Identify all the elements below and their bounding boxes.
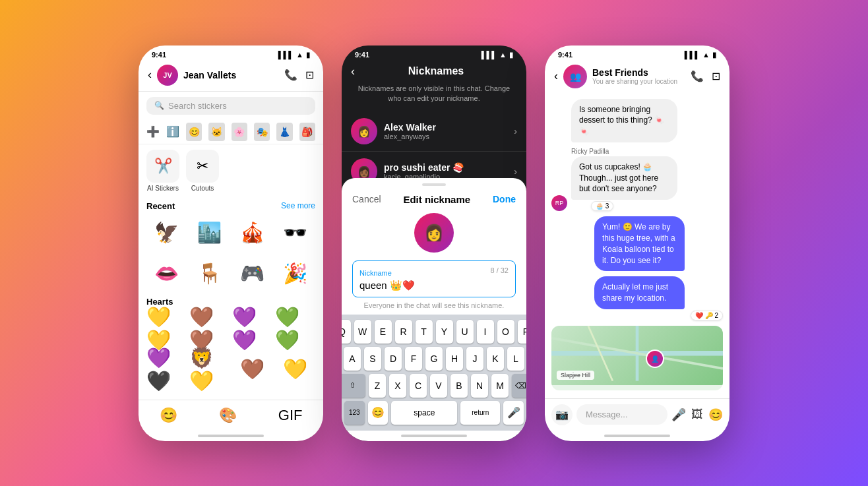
key-b[interactable]: B: [450, 374, 468, 398]
back-button-1[interactable]: ‹: [148, 68, 152, 82]
key-c[interactable]: C: [410, 374, 427, 398]
key-x[interactable]: X: [389, 374, 406, 398]
sticker-icon[interactable]: 😊: [708, 408, 723, 422]
key-e[interactable]: E: [375, 320, 392, 344]
ai-stickers-btn[interactable]: ✂️ AI Stickers: [146, 150, 179, 192]
mic-icon[interactable]: 🎤: [671, 408, 686, 422]
key-d[interactable]: D: [385, 347, 402, 371]
nickname-input-box[interactable]: Nickname 8 / 32 queen 👑❤️: [352, 260, 516, 297]
key-i[interactable]: I: [477, 320, 494, 344]
key-o[interactable]: O: [497, 320, 514, 344]
sticker-thumb-2[interactable]: 🐱: [208, 123, 224, 141]
signal-icon-1: ▌▌▌: [278, 51, 294, 59]
key-g[interactable]: G: [425, 347, 443, 371]
info-icon[interactable]: ℹ️: [166, 125, 179, 138]
key-u[interactable]: U: [456, 320, 474, 344]
sticker-thumb-6[interactable]: 🎒: [299, 123, 315, 141]
ai-icon-box: ✂️: [146, 150, 179, 183]
add-icon[interactable]: ➕: [146, 125, 160, 138]
key-t[interactable]: T: [416, 320, 433, 344]
message-input[interactable]: Message...: [576, 404, 667, 425]
modal-cancel-btn[interactable]: Cancel: [352, 194, 381, 204]
phone-icon-3[interactable]: 📞: [691, 70, 704, 82]
heart-sticker-6[interactable]: 🦁💛: [189, 350, 230, 388]
sticker-booth[interactable]: 🎪: [232, 214, 272, 252]
keyboard-row-3: 123 😊 space return 🎤: [344, 401, 524, 425]
key-v[interactable]: V: [430, 374, 447, 398]
sticker-chair[interactable]: 🪑: [189, 255, 230, 293]
heart-sticker-4[interactable]: 💚💚: [275, 309, 315, 348]
video-icon-3[interactable]: ⊡: [712, 70, 720, 82]
key-w[interactable]: W: [354, 320, 371, 344]
gif-tab[interactable]: GIF: [278, 407, 303, 424]
camera-button[interactable]: 📷: [551, 404, 573, 425]
emoji-tab[interactable]: 😊: [160, 407, 177, 424]
sticker-yup[interactable]: 🦅: [146, 214, 187, 252]
heart-sticker-5[interactable]: 💜🖤: [146, 350, 187, 388]
sticker-thumb-1[interactable]: 😊: [186, 123, 202, 141]
msg-row-0: Is someone bringing dessert to this thin…: [571, 99, 723, 142]
modal-done-btn[interactable]: Done: [493, 194, 516, 204]
cutouts-btn[interactable]: ✂ Cutouts: [186, 150, 219, 192]
heart-sticker-1[interactable]: 💛💛: [146, 309, 187, 348]
sticker-tab[interactable]: 🎨: [219, 407, 237, 424]
phone-icon-1[interactable]: 📞: [284, 69, 297, 81]
phone-chat: 9:41 ▌▌▌ ▲ ▮ ‹ 👥 Best Friends You are sh…: [545, 46, 729, 441]
key-z[interactable]: Z: [369, 374, 386, 398]
modal-title: Edit nickname: [403, 194, 470, 205]
msg-bubble-2: Yum! 🙂 We are by this huge tree, with a …: [594, 216, 685, 271]
key-r[interactable]: R: [395, 320, 412, 344]
key-l[interactable]: L: [507, 347, 524, 371]
see-more-btn[interactable]: See more: [281, 201, 315, 210]
nickname-sub-0: alex_anyways: [384, 133, 507, 140]
sticker-city[interactable]: 🏙️: [189, 214, 230, 252]
key-n[interactable]: N: [471, 374, 488, 398]
back-button-3[interactable]: ‹: [554, 69, 558, 83]
nickname-item-0[interactable]: 👩 Alex Walker alex_anyways ›: [342, 111, 526, 152]
heart-sticker-8[interactable]: 💛: [275, 350, 315, 388]
key-shift[interactable]: ⇧: [342, 374, 365, 398]
battery-icon-1: ▮: [306, 51, 310, 59]
key-f[interactable]: F: [405, 347, 422, 371]
sticker-game[interactable]: 🎮: [232, 255, 272, 293]
video-icon-1[interactable]: ⊡: [305, 69, 314, 81]
msg-row-1: Ricky Padilla RP Got us cupcakes! 🧁 Thou…: [551, 148, 723, 211]
phone-nicknames: 9:41 ▌▌▌ ▲ ▮ ‹ Nicknames Nicknames are o…: [342, 46, 526, 441]
msg-bubble-1: Got us cupcakes! 🧁 Though... just got he…: [571, 156, 677, 200]
key-q[interactable]: Q: [342, 320, 351, 344]
msg-text-3: Actually let me just share my location.: [602, 282, 668, 303]
sticker-party[interactable]: 🎉: [275, 255, 315, 293]
sticker-search[interactable]: 🔍 Search stickers: [146, 97, 315, 115]
gallery-icon[interactable]: 🖼: [691, 408, 703, 422]
key-p[interactable]: P: [518, 320, 527, 344]
sticker-thumb-5[interactable]: 👗: [276, 123, 292, 141]
nickname-avatar-0: 👩: [351, 118, 377, 144]
key-mic[interactable]: 🎤: [503, 401, 524, 425]
key-h[interactable]: H: [446, 347, 463, 371]
chat-messages: Is someone bringing dessert to this thin…: [545, 94, 729, 398]
key-a[interactable]: A: [344, 347, 361, 371]
msg-bubble-0: Is someone bringing dessert to this thin…: [571, 99, 677, 142]
keyboard-row-1: A S D F G H J K L: [344, 347, 524, 371]
reaction-bubble-3: ❤️ 🔑 2: [691, 311, 723, 320]
status-bar-3: 9:41 ▌▌▌ ▲ ▮: [545, 46, 729, 62]
heart-sticker-2[interactable]: 🤎🤎: [189, 309, 230, 348]
key-emoji[interactable]: 😊: [368, 401, 388, 425]
heart-sticker-7[interactable]: 🤎: [232, 350, 272, 388]
key-space[interactable]: space: [391, 401, 457, 425]
key-m[interactable]: M: [491, 374, 509, 398]
key-123[interactable]: 123: [344, 401, 365, 425]
sticker-thumb-4[interactable]: 🎭: [254, 123, 270, 141]
key-k[interactable]: K: [487, 347, 504, 371]
key-delete[interactable]: ⌫: [512, 374, 526, 398]
cutouts-icon-box: ✂: [186, 150, 219, 183]
sticker-thumb-3[interactable]: 🌸: [232, 123, 247, 141]
nicknames-header: ‹ Nicknames: [342, 62, 526, 84]
sticker-lips[interactable]: 👄: [146, 255, 187, 293]
heart-sticker-3[interactable]: 💜💜: [232, 309, 272, 348]
key-j[interactable]: J: [466, 347, 483, 371]
key-y[interactable]: Y: [436, 320, 453, 344]
sticker-glasses[interactable]: 🕶️: [275, 214, 315, 252]
key-return[interactable]: return: [460, 401, 500, 425]
key-s[interactable]: S: [364, 347, 381, 371]
